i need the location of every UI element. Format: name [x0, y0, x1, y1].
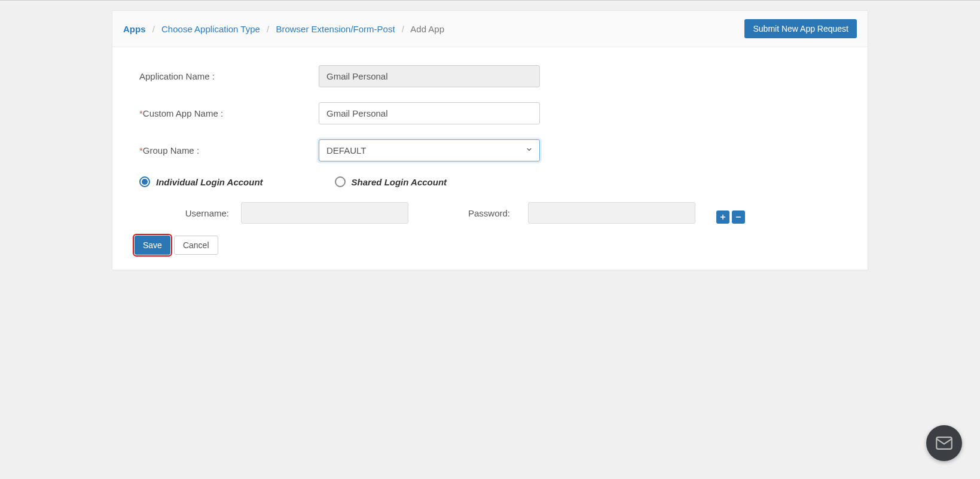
label-custom-name-text: Custom App Name : — [143, 108, 223, 118]
breadcrumb-bar: Apps / Choose Application Type / Browser… — [112, 11, 868, 47]
credentials-row: Username: Password: — [139, 202, 841, 224]
row-custom-name: *Custom App Name : — [139, 102, 841, 124]
breadcrumb-link-apps[interactable]: Apps — [123, 24, 146, 34]
row-app-name: Application Name : — [139, 65, 841, 87]
submit-new-app-button[interactable]: Submit New App Request — [744, 19, 857, 38]
minus-icon — [735, 213, 742, 221]
chevron-down-icon — [526, 146, 533, 153]
group-name-select[interactable]: DEFAULT — [319, 139, 540, 161]
label-group-name: *Group Name : — [139, 145, 319, 155]
custom-app-name-input[interactable] — [319, 102, 540, 124]
form-actions: Save Cancel — [135, 236, 841, 255]
label-group-name-text: Group Name : — [143, 145, 199, 155]
radio-selected-icon — [139, 176, 150, 187]
label-custom-name: *Custom App Name : — [139, 108, 319, 118]
add-remove-row-buttons — [716, 210, 745, 224]
label-app-name: Application Name : — [139, 71, 319, 81]
label-password: Password: — [468, 208, 528, 218]
breadcrumb-link-browser-ext[interactable]: Browser Extension/Form-Post — [276, 24, 395, 34]
row-group-name: *Group Name : DEFAULT — [139, 139, 841, 161]
breadcrumb: Apps / Choose Application Type / Browser… — [123, 24, 444, 34]
group-name-select-wrap: DEFAULT — [319, 139, 540, 161]
breadcrumb-link-choose-type[interactable]: Choose Application Type — [161, 24, 260, 34]
form-body: Application Name : *Custom App Name : *G… — [112, 47, 868, 270]
breadcrumb-separator: / — [152, 24, 155, 34]
password-input[interactable] — [528, 202, 695, 224]
breadcrumb-current: Add App — [410, 24, 444, 34]
radio-unselected-icon — [335, 176, 346, 187]
radio-shared-login[interactable]: Shared Login Account — [335, 176, 447, 187]
radio-shared-label: Shared Login Account — [352, 177, 447, 187]
save-button[interactable]: Save — [135, 236, 170, 255]
main-panel: Apps / Choose Application Type / Browser… — [112, 10, 868, 270]
radio-individual-login[interactable]: Individual Login Account — [139, 176, 263, 187]
group-name-value: DEFAULT — [326, 145, 366, 155]
cancel-button[interactable]: Cancel — [174, 236, 218, 255]
username-input[interactable] — [241, 202, 408, 224]
breadcrumb-separator: / — [267, 24, 269, 34]
label-username: Username: — [139, 208, 241, 218]
plus-icon — [719, 213, 726, 221]
application-name-input — [319, 65, 540, 87]
breadcrumb-separator: / — [402, 24, 404, 34]
remove-row-button[interactable] — [732, 210, 745, 224]
login-account-radio-group: Individual Login Account Shared Login Ac… — [139, 176, 841, 187]
radio-individual-label: Individual Login Account — [156, 177, 263, 187]
add-row-button[interactable] — [716, 210, 729, 224]
